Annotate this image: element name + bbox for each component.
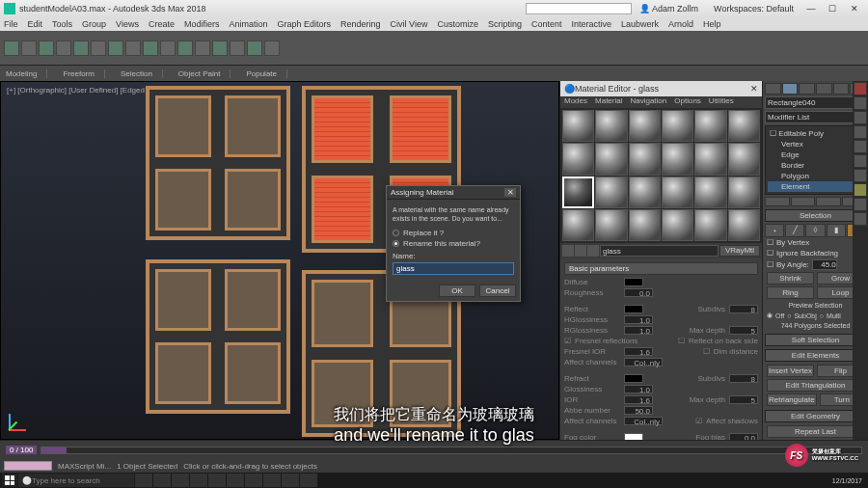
- tool-render[interactable]: [247, 41, 262, 56]
- taskbar-search[interactable]: ⚪ Type here to search: [18, 474, 134, 487]
- menu-interactive[interactable]: Interactive: [571, 19, 611, 29]
- shelf-icon[interactable]: [854, 183, 867, 197]
- matmenu-modes[interactable]: Modes: [564, 96, 587, 108]
- maxscript-listener[interactable]: [4, 461, 52, 471]
- material-swatch[interactable]: [629, 209, 661, 241]
- subobj-polygon-icon[interactable]: ▮: [827, 224, 846, 237]
- material-swatch[interactable]: [694, 209, 726, 241]
- tool-layer[interactable]: [212, 41, 228, 56]
- menu-scripting[interactable]: Scripting: [488, 19, 522, 29]
- shrink-button[interactable]: Shrink: [767, 272, 814, 285]
- shelf-icon[interactable]: [854, 212, 867, 226]
- reflect-swatch[interactable]: [624, 305, 643, 313]
- menu-views[interactable]: Views: [116, 19, 139, 29]
- tool-mirror[interactable]: [177, 41, 193, 56]
- fresnel-checkbox[interactable]: Fresnel reflections: [575, 337, 637, 345]
- menu-modifiers[interactable]: Modifiers: [184, 19, 220, 29]
- taskbar-app-icon[interactable]: [300, 474, 317, 487]
- material-swatch[interactable]: [728, 209, 760, 241]
- menu-arnold[interactable]: Arnold: [668, 19, 693, 29]
- material-swatch[interactable]: [595, 143, 627, 175]
- tab-modify[interactable]: [782, 83, 799, 95]
- dialog-close-icon[interactable]: ✕: [504, 188, 516, 197]
- tab-create[interactable]: [765, 83, 781, 95]
- menu-laubwerk[interactable]: Laubwerk: [621, 19, 659, 29]
- modifier-list-dropdown[interactable]: Modifier List: [765, 111, 866, 123]
- rename-radio[interactable]: [393, 240, 399, 247]
- matmenu-material[interactable]: Material: [595, 96, 622, 108]
- menu-create[interactable]: Create: [149, 19, 175, 29]
- taskbar-app-icon[interactable]: [263, 474, 281, 487]
- dialog-titlebar[interactable]: Assigning Material✕: [387, 186, 520, 200]
- tool-move[interactable]: [91, 41, 106, 56]
- minimize-button[interactable]: —: [801, 4, 821, 14]
- tool-scale[interactable]: [125, 41, 141, 56]
- workspace-switcher[interactable]: Workspaces: Default: [706, 4, 801, 14]
- subobj-vertex-icon[interactable]: ⬩: [765, 224, 784, 237]
- refract-swatch[interactable]: [624, 374, 643, 383]
- ignore-backfacing-checkbox[interactable]: Ignore Backfacing: [776, 249, 838, 258]
- material-type-button[interactable]: VRayMtl: [719, 245, 760, 257]
- material-swatch[interactable]: [629, 143, 661, 175]
- by-vertex-checkbox[interactable]: By Vertex: [776, 238, 809, 247]
- menu-file[interactable]: File: [4, 19, 18, 29]
- stack-element[interactable]: Element: [768, 181, 863, 192]
- maximize-button[interactable]: ☐: [823, 4, 842, 14]
- ribbon-objectpaint[interactable]: Object Paint: [178, 69, 231, 78]
- dialog-cancel-button[interactable]: Cancel: [479, 285, 516, 297]
- matmenu-options[interactable]: Options: [674, 96, 701, 108]
- mat-tool-icon[interactable]: [587, 245, 599, 257]
- tool-select[interactable]: [73, 41, 89, 56]
- mat-tool-icon[interactable]: [575, 245, 586, 257]
- start-button[interactable]: [2, 474, 17, 487]
- material-swatch[interactable]: [562, 209, 594, 241]
- basic-params-header[interactable]: Basic parameters: [564, 262, 758, 275]
- tool-link[interactable]: [39, 41, 54, 56]
- object-name-field[interactable]: [765, 96, 866, 109]
- shelf-icon[interactable]: [854, 96, 867, 110]
- taskbar-app-icon[interactable]: [282, 474, 299, 487]
- subobj-edge-icon[interactable]: ╱: [785, 224, 804, 237]
- dialog-ok-button[interactable]: OK: [439, 285, 475, 297]
- subobj-border-icon[interactable]: ◊: [805, 224, 825, 237]
- material-swatch-selected[interactable]: [562, 176, 594, 208]
- stack-editable-poly[interactable]: ☐ Editable Poly: [768, 128, 863, 139]
- menu-animation[interactable]: Animation: [229, 19, 267, 29]
- dialog-name-input[interactable]: [393, 262, 514, 275]
- menu-help[interactable]: Help: [703, 19, 721, 29]
- tool-snap[interactable]: [143, 41, 158, 56]
- timeline[interactable]: 0 / 100: [0, 440, 868, 459]
- tool-unlink[interactable]: [56, 41, 71, 56]
- material-swatch[interactable]: [728, 143, 760, 175]
- material-swatch[interactable]: [728, 110, 760, 142]
- material-editor-close-icon[interactable]: ✕: [750, 84, 758, 94]
- material-swatch[interactable]: [694, 143, 726, 175]
- tool-render-setup[interactable]: [264, 41, 280, 56]
- tool-rotate[interactable]: [108, 41, 123, 56]
- matmenu-navigation[interactable]: Navigation: [630, 96, 666, 108]
- tool-angle-snap[interactable]: [160, 41, 176, 56]
- material-swatch[interactable]: [662, 143, 693, 175]
- modifier-stack[interactable]: ☐ Editable Poly Vertex Edge Border Polyg…: [765, 125, 866, 195]
- ribbon-modeling[interactable]: Modeling: [6, 69, 47, 78]
- edit-elements-rollout[interactable]: Edit Elements: [765, 349, 866, 362]
- material-swatch[interactable]: [562, 143, 594, 175]
- shelf-icon[interactable]: [854, 154, 867, 168]
- retriangulate-button[interactable]: Retriangulate: [767, 393, 817, 406]
- material-swatch[interactable]: [595, 209, 627, 241]
- material-swatch[interactable]: [562, 110, 594, 142]
- stack-polygon[interactable]: Polygon: [768, 171, 863, 181]
- tool-align[interactable]: [195, 41, 210, 56]
- stack-border[interactable]: Border: [768, 160, 863, 171]
- menu-customize[interactable]: Customize: [437, 19, 478, 29]
- shelf-icon[interactable]: [854, 140, 867, 153]
- taskbar-app-icon[interactable]: [172, 474, 189, 487]
- shelf-icon[interactable]: [854, 169, 867, 182]
- roughness-value[interactable]: 0.0: [624, 288, 653, 297]
- taskbar-app-icon[interactable]: [227, 474, 244, 487]
- material-swatch[interactable]: [629, 176, 661, 208]
- taskbar-app-icon[interactable]: [190, 474, 207, 487]
- material-editor-titlebar[interactable]: 🔵 Material Editor - glass ✕: [560, 81, 762, 96]
- repeat-last-button[interactable]: Repeat Last: [767, 425, 864, 438]
- shelf-icon[interactable]: [854, 125, 867, 139]
